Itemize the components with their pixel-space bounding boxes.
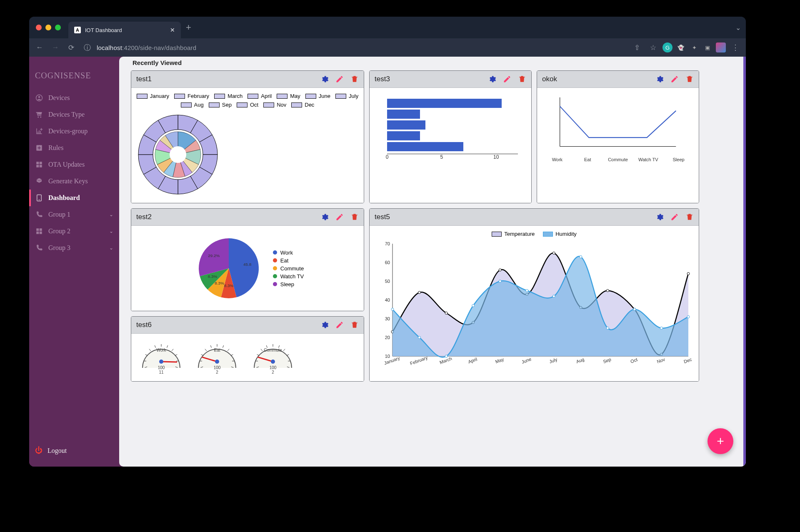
edit-icon[interactable]: [335, 213, 344, 221]
profile-avatar[interactable]: [716, 42, 726, 52]
bar: [387, 99, 518, 108]
settings-icon[interactable]: [320, 213, 329, 221]
delete-icon[interactable]: [685, 75, 694, 83]
sidebar-item-devices-group[interactable]: Devices-group: [29, 123, 119, 140]
axis-label: Sleep: [663, 157, 694, 162]
svg-point-47: [526, 290, 528, 292]
cart-icon: [35, 110, 43, 119]
phone-icon: [35, 210, 43, 219]
svg-line-98: [278, 345, 279, 348]
settings-icon[interactable]: [320, 321, 329, 329]
svg-line-83: [210, 345, 211, 348]
delete-icon[interactable]: [350, 75, 359, 83]
sidebar-item-label: Group 2: [48, 227, 70, 235]
nav-reload-button[interactable]: ⟳: [65, 41, 78, 54]
settings-icon[interactable]: [320, 75, 329, 83]
legend-item: April: [248, 93, 272, 99]
share-icon[interactable]: ⇧: [631, 41, 643, 54]
axis-label: Eat: [572, 157, 603, 162]
delete-icon[interactable]: [685, 213, 694, 221]
legend-item: Commute: [273, 265, 304, 272]
close-window-button[interactable]: [36, 25, 42, 30]
gauge-work: Work 10011: [136, 339, 186, 376]
legend-item: May: [277, 93, 300, 99]
url-display[interactable]: localhost:4200/side-nav/dashboard: [97, 44, 196, 51]
svg-line-70: [155, 345, 155, 348]
sidebar-item-ota-updates[interactable]: OTA Updates: [29, 156, 119, 173]
axis-label: Watch TV: [633, 157, 663, 162]
extensions-menu-icon[interactable]: ✦: [689, 42, 699, 52]
delete-icon[interactable]: [350, 321, 359, 329]
edit-icon[interactable]: [335, 75, 344, 83]
logout-button[interactable]: ⏻ Logout: [29, 439, 119, 467]
edit-icon[interactable]: [503, 75, 511, 83]
delete-icon[interactable]: [518, 75, 526, 83]
settings-icon[interactable]: [655, 75, 664, 83]
bar: [387, 110, 518, 119]
settings-icon[interactable]: [655, 213, 664, 221]
new-tab-button[interactable]: +: [186, 22, 191, 33]
sidebar-item-label: Rules: [48, 144, 63, 152]
widget-test3: test3 0510: [369, 70, 532, 203]
sidebar-item-label: Group 3: [48, 244, 70, 252]
edit-icon[interactable]: [670, 213, 679, 221]
sidebar-item-rules[interactable]: Rules: [29, 140, 119, 156]
legend-item: Temperature: [492, 231, 535, 237]
add-widget-fab[interactable]: +: [708, 428, 733, 454]
gauge-eat: Eat 1002: [192, 339, 242, 376]
svg-text:February: February: [409, 355, 428, 366]
axis-label: Commute: [603, 157, 633, 162]
settings-icon[interactable]: [488, 75, 496, 83]
svg-rect-6: [40, 165, 42, 167]
legend-item: Work: [273, 250, 304, 256]
key-icon: [35, 177, 43, 185]
tabs-menu-icon[interactable]: ⌄: [735, 24, 741, 32]
phone-icon: [35, 244, 43, 252]
svg-point-78: [159, 360, 163, 364]
svg-point-46: [499, 280, 501, 282]
sidebar-item-group-2[interactable]: Group 2⌄: [29, 223, 119, 240]
svg-point-104: [271, 360, 275, 364]
sidebar-item-devices-type[interactable]: Devices Type: [29, 106, 119, 123]
widget-body: JanuaryFebruaryMarchAprilMayJuneJulyAugS…: [131, 88, 364, 203]
browser-menu-icon[interactable]: ⋮: [729, 43, 742, 52]
maximize-window-button[interactable]: [55, 25, 61, 30]
edit-icon[interactable]: [335, 321, 344, 329]
svg-text:8.3%: 8.3%: [215, 281, 224, 285]
delete-icon[interactable]: [350, 213, 359, 221]
svg-point-1: [38, 96, 40, 98]
sidebar-item-generate-keys[interactable]: Generate Keys: [29, 173, 119, 190]
widget-body: 0510: [370, 88, 531, 203]
extension-icon[interactable]: 👻: [676, 42, 686, 52]
chart-x-labels: WorkEatCommuteWatch TVSleep: [542, 157, 694, 162]
nav-forward-button[interactable]: →: [49, 41, 62, 54]
legend-item: Humidity: [543, 231, 577, 237]
svg-rect-3: [36, 162, 39, 164]
sidebar-item-group-1[interactable]: Group 1⌄: [29, 206, 119, 223]
legend-item: January: [137, 93, 169, 99]
chart-legend: TemperatureHumidity: [375, 231, 694, 237]
edit-icon[interactable]: [670, 75, 679, 83]
grid-icon: [35, 227, 43, 235]
extension-grammarly-icon[interactable]: G: [662, 42, 672, 52]
browser-tab[interactable]: A IOT Dashboard ✕: [68, 22, 181, 38]
url-path: /side-nav/dashboard: [138, 44, 197, 51]
sidepanel-icon[interactable]: ▣: [702, 42, 712, 52]
svg-text:May: May: [495, 357, 505, 365]
sidebar-item-dashboard[interactable]: Dashboard: [29, 190, 119, 206]
close-tab-icon[interactable]: ✕: [170, 27, 175, 33]
svg-text:60: 60: [385, 260, 390, 265]
widget-header: test6: [131, 317, 364, 334]
legend-item: Watch TV: [273, 273, 304, 280]
sidebar-item-devices[interactable]: Devices: [29, 90, 119, 106]
sidebar-item-group-3[interactable]: Group 3⌄: [29, 240, 119, 256]
site-info-icon[interactable]: ⓘ: [81, 41, 93, 54]
minimize-window-button[interactable]: [45, 25, 51, 30]
nav-back-button[interactable]: ←: [33, 41, 46, 54]
sidebar-item-label: Devices-group: [48, 127, 88, 135]
legend-item: Dec: [291, 102, 314, 108]
svg-point-38: [606, 290, 609, 292]
svg-point-34: [499, 269, 501, 271]
bookmark-icon[interactable]: ☆: [647, 41, 659, 54]
svg-text:29.2%: 29.2%: [208, 253, 220, 258]
